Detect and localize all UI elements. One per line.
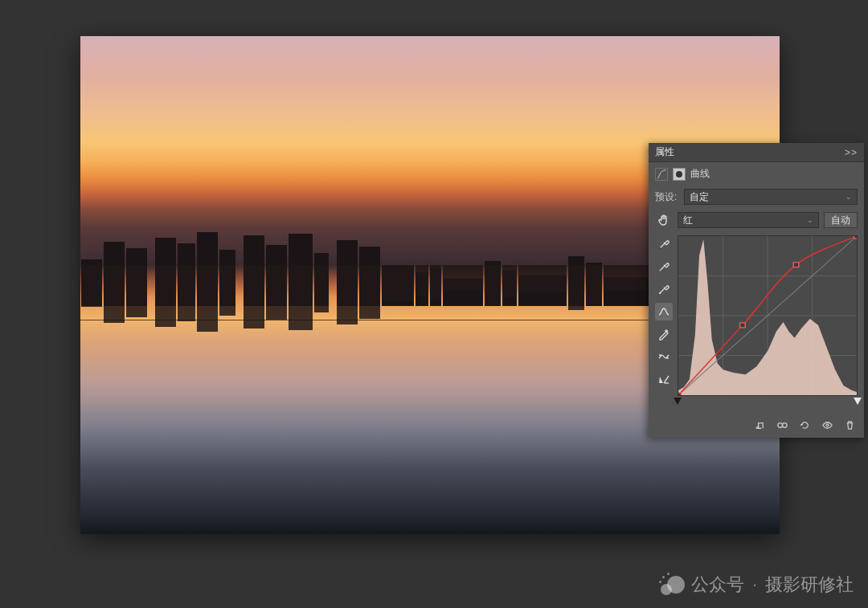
panel-title: 属性 (655, 145, 674, 159)
eyedropper-white-icon[interactable] (655, 280, 673, 298)
clip-icon[interactable] (753, 418, 766, 431)
watermark: 公众号 · 摄影研修社 (659, 573, 854, 597)
adjustment-type-label: 曲线 (690, 167, 710, 181)
layer-mask-icon (673, 168, 686, 181)
watermark-separator: · (752, 574, 757, 595)
curve-point[interactable] (678, 393, 681, 395)
curves-adjustment-icon (655, 168, 668, 181)
eyedropper-black-icon[interactable] (655, 235, 673, 253)
svg-point-1 (659, 270, 661, 271)
panel-footer (649, 415, 864, 438)
eyedropper-gray-icon[interactable] (655, 258, 673, 275)
wechat-icon (659, 573, 683, 597)
curves-histogram[interactable] (678, 235, 858, 396)
preset-row: 预设: 自定 ⌄ (649, 186, 864, 208)
reset-icon[interactable] (798, 418, 811, 431)
svg-point-0 (659, 247, 661, 249)
pencil-icon[interactable] (655, 325, 673, 343)
preset-select[interactable]: 自定 ⌄ (684, 189, 858, 205)
auto-button[interactable]: 自动 (824, 212, 858, 228)
panel-collapse-button[interactable]: >> (845, 147, 858, 158)
chevron-down-icon: ⌄ (845, 193, 852, 201)
channel-row: 红 ⌄ 自动 (649, 208, 864, 232)
curve-point[interactable] (854, 236, 857, 239)
hand-icon[interactable] (655, 211, 673, 229)
channel-select[interactable]: 红 ⌄ (678, 212, 819, 228)
curve-icon[interactable] (655, 303, 673, 320)
input-slider-track[interactable] (678, 398, 858, 409)
visibility-icon[interactable] (821, 418, 833, 431)
link-icon[interactable] (776, 418, 788, 431)
adjustment-type-row: 曲线 (649, 162, 864, 186)
chevron-down-icon: ⌄ (807, 216, 813, 224)
curves-graph-area[interactable] (678, 235, 858, 409)
watermark-prefix: 公众号 (691, 573, 744, 597)
panel-header: 属性 >> (649, 143, 864, 162)
svg-point-11 (826, 424, 829, 426)
curve-point[interactable] (793, 263, 799, 267)
smooth-icon[interactable] (655, 348, 673, 365)
curves-body (649, 232, 864, 415)
trash-icon[interactable] (843, 418, 856, 431)
warning-icon[interactable] (655, 370, 673, 388)
channel-value: 红 (683, 214, 693, 227)
svg-point-9 (777, 422, 782, 427)
svg-point-10 (782, 422, 787, 427)
curves-tool-column (655, 235, 673, 409)
properties-panel: 属性 >> 曲线 预设: 自定 ⌄ 红 ⌄ 自动 (649, 143, 864, 438)
preset-value: 自定 (690, 190, 709, 204)
svg-point-2 (659, 292, 661, 294)
white-point-slider[interactable] (854, 398, 862, 405)
curve-point[interactable] (740, 323, 746, 328)
black-point-slider[interactable] (674, 398, 682, 405)
preset-label: 预设: (655, 190, 679, 204)
watermark-name: 摄影研修社 (765, 573, 854, 597)
